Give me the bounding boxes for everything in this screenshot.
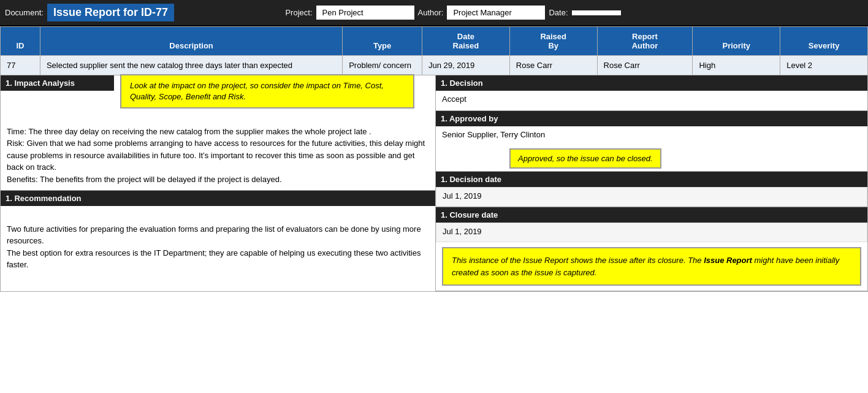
date-value [572, 10, 621, 15]
project-value: Pen Project [316, 6, 414, 20]
decision-content: Accept [436, 91, 867, 110]
right-panel: 1. Decision Accept 1. Approved by Senior… [436, 75, 867, 291]
header-bar: Document: Issue Report for ID-77 Project… [0, 0, 868, 26]
date-label: Date: [549, 8, 568, 17]
col-header-priority: Priority [693, 27, 780, 56]
bottom-callout: This instance of the Issue Report shows … [442, 247, 861, 286]
col-header-type: Type [343, 27, 422, 56]
cell-description: Selected supplier sent the new catalog t… [40, 56, 342, 75]
closure-header: 1. Closure date [436, 207, 867, 223]
approved-content: Senior Supplier, Terry Clinton [436, 126, 867, 146]
project-label: Project: [285, 8, 312, 17]
cell-id: 77 [1, 56, 40, 75]
decision-header: 1. Decision [436, 75, 867, 91]
approved-section: 1. Approved by Senior Supplier, Terry Cl… [436, 111, 867, 172]
bottom-callout-wrapper: This instance of the Issue Report shows … [436, 242, 867, 291]
recommendation-content: Two future activities for preparing the … [1, 206, 435, 276]
left-panel: 1. Impact Analysis Look at the impact on… [1, 75, 436, 291]
author-value: Project Manager [447, 6, 545, 20]
impact-callout: Look at the impact on the project, so co… [120, 74, 414, 109]
document-title: Issue Report for ID-77 [47, 4, 174, 21]
approved-callout: Approved, so the issue can be closed. [509, 148, 661, 169]
cell-report-author: Rose Carr [597, 56, 693, 75]
decision-section: 1. Decision Accept [436, 75, 867, 111]
impact-content: Time: The three day delay on receiving t… [1, 109, 435, 191]
decision-date-content: Jul 1, 2019 [436, 187, 867, 207]
table-header-row: ID Description Type DateRaised RaisedBy … [1, 27, 868, 56]
bottom-callout-text1: This instance of the Issue Report shows … [452, 256, 704, 265]
approved-callout-wrapper: Approved, so the issue can be closed. [436, 146, 867, 171]
cell-severity: Level 2 [780, 56, 868, 75]
closure-section: 1. Closure date Jul 1, 2019 This instanc… [436, 207, 867, 291]
col-header-report-author: ReportAuthor [597, 27, 693, 56]
approved-header: 1. Approved by [436, 111, 867, 126]
col-header-description: Description [40, 27, 342, 56]
col-header-raised-by: RaisedBy [509, 27, 597, 56]
impact-analysis-section: 1. Impact Analysis Look at the impact on… [1, 75, 435, 191]
bottom-callout-bold: Issue Report [704, 256, 752, 265]
col-header-date-raised: DateRaised [422, 27, 510, 56]
col-header-id: ID [1, 27, 40, 56]
recommendation-header: 1. Recommendation [1, 191, 435, 206]
closure-content: Jul 1, 2019 [436, 223, 867, 242]
table-row: 77 Selected supplier sent the new catalo… [1, 56, 868, 75]
impact-header: 1. Impact Analysis [1, 75, 114, 91]
cell-raised-by: Rose Carr [509, 56, 597, 75]
issue-table: ID Description Type DateRaised RaisedBy … [0, 26, 868, 75]
decision-date-header: 1. Decision date [436, 172, 867, 187]
body-container: 1. Impact Analysis Look at the impact on… [0, 75, 868, 292]
col-header-severity: Severity [780, 27, 868, 56]
decision-date-section: 1. Decision date Jul 1, 2019 [436, 172, 867, 207]
recommendation-section: 1. Recommendation Two future activities … [1, 191, 435, 276]
cell-type: Problem/ concern [343, 56, 422, 75]
document-label: Document: [5, 8, 44, 17]
author-label: Author: [418, 8, 444, 17]
cell-date-raised: Jun 29, 2019 [422, 56, 510, 75]
cell-priority: High [693, 56, 780, 75]
